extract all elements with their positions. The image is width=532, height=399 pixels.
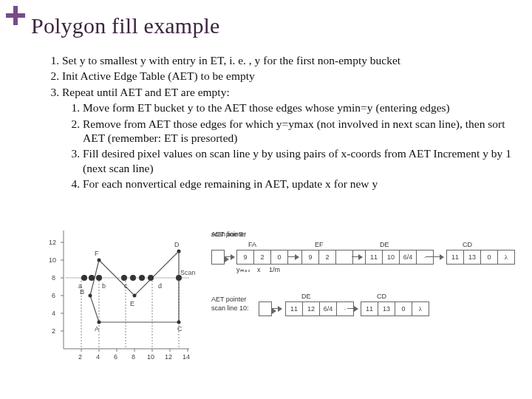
arrow-icon xyxy=(352,256,362,257)
row2-ptr-box xyxy=(259,301,272,316)
svg-point-45 xyxy=(121,275,127,281)
x-ticks: 2 4 6 8 10 12 14 xyxy=(78,349,190,361)
aet-diagram: scan line 9: AET pointer FA 9 2 0 · EF 9… xyxy=(211,231,514,364)
svg-point-44 xyxy=(96,275,102,281)
arrow-icon xyxy=(347,308,358,309)
svg-point-48 xyxy=(148,275,154,281)
svg-point-40 xyxy=(177,250,181,253)
row1-cd: 11 13 0 λ xyxy=(446,250,515,265)
foot-ymax: yₘₐₓ xyxy=(236,266,250,273)
hdr-cd: CD xyxy=(463,241,472,248)
step-1: Set y to smallest y with entry in ET, i.… xyxy=(62,53,517,67)
svg-point-46 xyxy=(130,275,136,281)
svg-text:12: 12 xyxy=(49,239,56,246)
substeps-list: Move form ET bucket y to the AET those e… xyxy=(62,100,517,191)
svg-rect-1 xyxy=(6,13,25,18)
steps-list: Set y to smallest y with entry in ET, i.… xyxy=(43,53,517,191)
row1-de: 11 10 6/4 · xyxy=(365,250,434,265)
slide-title: Polygon fill example xyxy=(31,13,220,38)
row2-cd: 11 13 0 λ xyxy=(361,301,429,316)
substep-1: Move form ET bucket y to the AET those e… xyxy=(83,100,517,115)
step-3: Repeat until AET and ET are empty: Move … xyxy=(62,85,517,191)
svg-point-38 xyxy=(98,259,101,262)
y-ticks: 2 4 6 8 10 12 xyxy=(49,239,64,335)
svg-text:2: 2 xyxy=(78,353,82,361)
row1-ptr-box xyxy=(211,250,225,265)
svg-point-43 xyxy=(89,275,95,281)
foot-x: x xyxy=(257,266,261,273)
foot-m: 1/m xyxy=(269,266,280,273)
svg-text:10: 10 xyxy=(49,256,56,264)
svg-text:F: F xyxy=(95,250,99,257)
svg-text:12: 12 xyxy=(165,353,172,361)
svg-text:2: 2 xyxy=(52,327,55,335)
step-2: Init Active Edge Table (AET) to be empty xyxy=(62,69,517,83)
step-3-text: Repeat until AET and ET are empty: xyxy=(62,86,230,98)
arrow-icon xyxy=(288,256,299,257)
svg-point-39 xyxy=(133,294,137,298)
svg-point-36 xyxy=(98,321,101,324)
slide: Polygon fill example Set y to smallest y… xyxy=(0,0,532,399)
hdr-de2: DE xyxy=(301,293,311,300)
svg-text:d: d xyxy=(158,282,162,290)
svg-point-47 xyxy=(139,275,145,281)
svg-text:Scan line: Scan line xyxy=(180,269,197,276)
svg-text:4: 4 xyxy=(96,353,100,361)
hdr-cd2: CD xyxy=(377,293,386,300)
svg-text:b: b xyxy=(102,282,106,290)
svg-text:E: E xyxy=(130,300,134,307)
row2-ptr-label: AET pointer xyxy=(211,296,246,303)
svg-text:6: 6 xyxy=(114,353,117,361)
svg-text:a: a xyxy=(78,282,82,290)
svg-text:10: 10 xyxy=(147,353,154,361)
arrow-icon xyxy=(271,308,282,309)
svg-text:D: D xyxy=(174,241,180,248)
arrow-icon xyxy=(426,256,443,257)
svg-text:8: 8 xyxy=(132,353,135,361)
svg-point-42 xyxy=(81,275,87,281)
svg-text:6: 6 xyxy=(52,292,55,299)
svg-text:C: C xyxy=(177,325,183,332)
plus-icon xyxy=(4,4,27,27)
polygon-chart: 2 4 6 8 10 12 14 2 4 6 8 10 12 xyxy=(41,223,197,364)
row2-scan-label: scan line 10: xyxy=(211,304,249,312)
svg-text:8: 8 xyxy=(52,274,55,282)
svg-point-37 xyxy=(89,294,92,298)
arrow-icon xyxy=(224,256,234,257)
svg-text:c: c xyxy=(124,282,128,290)
substep-4: For each nonvertical edge remaining in A… xyxy=(83,177,517,191)
substep-2: Remove from AET those edges for which y=… xyxy=(83,117,517,146)
hdr-de: DE xyxy=(380,241,389,248)
row1-ptr-label: AET pointer xyxy=(211,231,246,238)
row2-de: 11 12 6/4 · xyxy=(285,301,354,316)
hdr-ef: EF xyxy=(315,241,324,248)
figures: 2 4 6 8 10 12 14 2 4 6 8 10 12 xyxy=(41,223,514,378)
hdr-fa: FA xyxy=(248,241,256,248)
substep-3: Fill desired pixel values on scan line y… xyxy=(83,146,517,175)
svg-point-41 xyxy=(177,321,181,324)
svg-text:A: A xyxy=(95,325,99,332)
svg-text:14: 14 xyxy=(183,353,190,361)
body-text: Set y to smallest y with entry in ET, i.… xyxy=(43,53,517,192)
svg-text:4: 4 xyxy=(52,310,55,317)
